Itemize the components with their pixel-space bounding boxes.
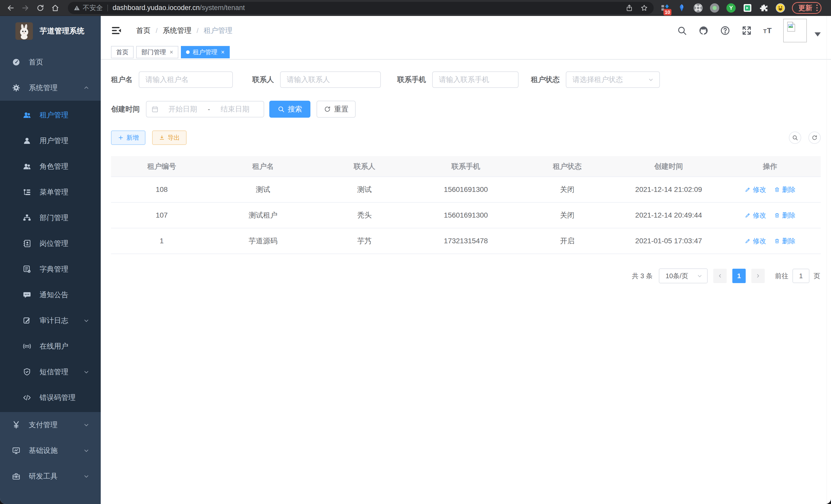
command-extension-icon[interactable]	[693, 3, 703, 13]
sidebar-item-dept[interactable]: 部门管理	[0, 205, 101, 231]
create-time-range-picker[interactable]: -	[146, 101, 264, 117]
add-button[interactable]: 新增	[111, 130, 145, 145]
extension-badge: 10	[663, 9, 671, 16]
sidebar-item-role[interactable]: 角色管理	[0, 154, 101, 179]
back-icon[interactable]	[5, 2, 17, 14]
create-time-label: 创建时间	[111, 104, 140, 114]
bookmark-star-icon[interactable]	[640, 4, 648, 12]
sidebar-item-notice[interactable]: 通知公告	[0, 282, 101, 308]
close-icon[interactable]: ×	[170, 49, 173, 55]
sidebar-item-tenant[interactable]: 租户管理	[0, 102, 101, 128]
sidebar-item-user[interactable]: 用户管理	[0, 128, 101, 154]
contact-label: 联系人	[252, 75, 274, 85]
pagination: 共 3 条 10条/页 1 前往 页	[111, 268, 821, 283]
close-icon[interactable]: ×	[221, 49, 225, 55]
sidebar-item-dict[interactable]: 字典管理	[0, 256, 101, 282]
tenant-name-label: 租户名	[111, 75, 133, 85]
chevron-down-icon	[83, 422, 89, 428]
sidebar-item-infra[interactable]: 基础设施	[0, 438, 101, 464]
breadcrumb-system[interactable]: 系统管理	[163, 26, 192, 35]
prev-page-button[interactable]	[713, 269, 727, 283]
tenant-page: 租户名 联系人 联系手机 租户状态 请选择租户状态	[101, 60, 831, 504]
message-icon	[23, 291, 31, 299]
dashboard-icon	[12, 58, 21, 66]
goto-label: 前往	[775, 271, 789, 280]
user-menu-caret-icon[interactable]	[814, 32, 821, 36]
mobile-input[interactable]	[432, 71, 519, 88]
edit-link[interactable]: 修改	[745, 211, 766, 220]
page-1-button[interactable]: 1	[732, 269, 746, 283]
reload-icon[interactable]	[34, 2, 46, 14]
breadcrumb-home[interactable]: 首页	[136, 26, 150, 35]
active-dot	[186, 50, 190, 54]
chrome-update-button[interactable]: 更新	[792, 2, 822, 14]
tab-home[interactable]: 首页	[111, 46, 134, 58]
app-title: 芋道管理系统	[39, 26, 84, 36]
refresh-table-icon[interactable]	[808, 131, 821, 144]
search-icon	[278, 106, 285, 113]
edit-link[interactable]: 修改	[745, 185, 766, 194]
reset-button[interactable]: 重置	[317, 101, 355, 118]
sidebar-item-error-code[interactable]: 错误码管理	[0, 385, 101, 411]
status-select[interactable]: 请选择租户状态	[566, 71, 660, 88]
contact-input[interactable]	[280, 71, 381, 88]
edit-link[interactable]: 修改	[745, 237, 766, 245]
sidebar-item-sms[interactable]: 短信管理	[0, 359, 101, 385]
sidebar: 芋道管理系统 首页 系统管理 租户管理	[0, 16, 101, 504]
font-size-icon[interactable]: TT	[763, 26, 772, 35]
trash-icon	[774, 186, 780, 192]
delete-link[interactable]: 删除	[774, 185, 796, 194]
page-size-select[interactable]: 10条/页	[659, 268, 708, 283]
profile-avatar-icon[interactable]	[775, 3, 785, 13]
next-page-button[interactable]	[751, 269, 765, 283]
security-label[interactable]: 不安全	[83, 3, 103, 12]
table-row: 107 测试租户 秃头 15601691300 关闭 2021-12-14 20…	[111, 202, 821, 228]
avatar[interactable]	[783, 19, 807, 42]
download-icon	[159, 135, 165, 141]
url-divider	[107, 5, 108, 11]
gear-icon	[12, 84, 21, 92]
menu-tree-icon	[23, 188, 31, 197]
toolbox-icon	[12, 472, 21, 481]
delete-link[interactable]: 删除	[774, 237, 796, 245]
share-icon[interactable]	[625, 4, 633, 12]
sidebar-item-pay[interactable]: 支付管理	[0, 412, 101, 438]
sidebar-item-system[interactable]: 系统管理	[0, 75, 101, 101]
goto-page-input[interactable]	[793, 269, 809, 283]
search-button[interactable]: 搜索	[269, 101, 310, 118]
github-icon[interactable]	[698, 25, 709, 36]
fullscreen-icon[interactable]	[742, 25, 752, 36]
tab-tenant[interactable]: 租户管理×	[181, 46, 230, 58]
puzzle-extensions-icon[interactable]	[759, 3, 769, 13]
recorder-extension-icon[interactable]	[710, 3, 719, 13]
sidebar-item-dev-tools[interactable]: 研发工具	[0, 464, 101, 489]
sidebar-item-menu[interactable]: 菜单管理	[0, 179, 101, 205]
sidebar-item-audit-log[interactable]: 审计日志	[0, 308, 101, 333]
kite-extension-icon[interactable]	[677, 3, 687, 13]
collapse-sidebar-icon[interactable]	[111, 25, 122, 36]
role-people-icon	[23, 162, 31, 171]
sidebar-item-home[interactable]: 首页	[0, 49, 101, 75]
tenant-name-input[interactable]	[139, 71, 233, 88]
sidebar-item-online-user[interactable]: 在线用户	[0, 333, 101, 359]
end-date-input[interactable]	[211, 105, 259, 113]
navbar-actions: TT	[677, 19, 821, 42]
sidebar-item-post[interactable]: 岗位管理	[0, 231, 101, 256]
home-icon[interactable]	[49, 2, 61, 14]
browser-menu-icon[interactable]	[816, 5, 818, 11]
start-date-input[interactable]	[159, 105, 207, 113]
export-button[interactable]: 导出	[152, 130, 187, 145]
tableau-extension-icon[interactable]: 10	[660, 3, 670, 13]
delete-link[interactable]: 删除	[774, 211, 796, 220]
url-text[interactable]: dashboard.yudao.iocoder.cn/system/tenant	[113, 4, 245, 12]
show-search-toggle-icon[interactable]	[789, 131, 801, 144]
tab-dept[interactable]: 部门管理×	[136, 46, 178, 58]
url-bar[interactable]: 不安全 dashboard.yudao.iocoder.cn/system/te…	[68, 2, 654, 14]
chat-extension-icon[interactable]	[743, 3, 752, 13]
chevron-right-icon	[755, 273, 761, 279]
help-icon[interactable]	[720, 25, 730, 36]
search-icon[interactable]	[677, 25, 687, 36]
forward-icon[interactable]	[20, 2, 31, 14]
not-secure-warning-icon[interactable]	[74, 5, 80, 11]
y-extension-icon[interactable]: Y	[726, 3, 736, 13]
